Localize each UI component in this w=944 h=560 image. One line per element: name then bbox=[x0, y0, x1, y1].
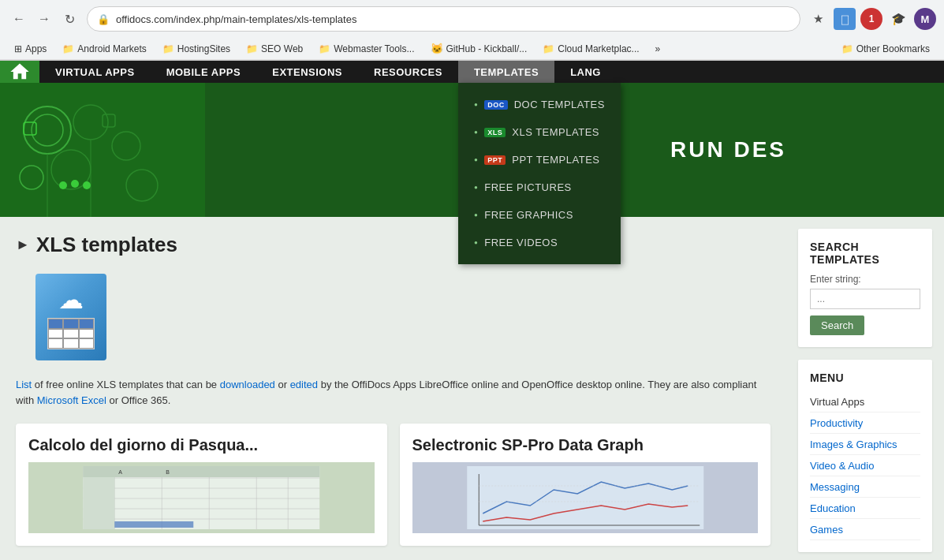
search-input[interactable] bbox=[810, 289, 920, 309]
menu-item-messaging[interactable]: Messaging bbox=[810, 476, 920, 498]
downloaded-link[interactable]: downloaded bbox=[220, 379, 275, 390]
refresh-button[interactable]: ↻ bbox=[58, 8, 80, 30]
svg-text:B: B bbox=[166, 469, 170, 475]
extensions-button[interactable]: ⎕ bbox=[834, 8, 856, 30]
bookmark-apps[interactable]: ⊞ Apps bbox=[8, 42, 53, 56]
menu-item-productivity[interactable]: Productivity bbox=[810, 413, 920, 434]
toolbar-icons: ★ ⎕ 1 🎓 M bbox=[807, 8, 936, 30]
nav-lang[interactable]: LANG bbox=[554, 61, 617, 83]
dropdown-free-pictures[interactable]: ● Free pictures bbox=[458, 174, 621, 201]
card-thumbnail-calcolo: A B bbox=[28, 462, 375, 533]
bullet-icon-4: ● bbox=[474, 184, 478, 191]
dropdown-free-graphics[interactable]: ● Free graphics bbox=[458, 201, 621, 229]
bookmark-star-button[interactable]: ★ bbox=[807, 8, 829, 30]
graph-preview bbox=[412, 466, 759, 529]
sidebar: SEARCH TEMPLATES Enter string: Search ME… bbox=[786, 217, 944, 560]
card-selectronic[interactable]: Selectronic SP-Pro Data Graph bbox=[400, 424, 771, 546]
bookmark-hosting[interactable]: 📁 HostingSites bbox=[156, 42, 237, 56]
cards-grid: Calcolo del giorno di Pasqua... bbox=[16, 424, 770, 546]
bookmark-android[interactable]: 📁 Android Markets bbox=[56, 42, 152, 56]
excel-link[interactable]: Microsoft Excel bbox=[37, 394, 106, 406]
nav-extensions[interactable]: EXTENSIONS bbox=[256, 61, 358, 83]
menu-item-games[interactable]: Games bbox=[810, 519, 920, 540]
bullet-icon: ● bbox=[474, 101, 478, 108]
messaging-link[interactable]: Messaging bbox=[810, 481, 860, 493]
content-area: ► XLS templates ☁ List of free online XL… bbox=[0, 217, 786, 560]
svg-rect-0 bbox=[0, 83, 205, 217]
folder-icon-3: 📁 bbox=[246, 43, 258, 54]
xls-icon: ☁ bbox=[35, 274, 106, 360]
site-header: VIRTUAL APPS MOBILE APPS EXTENSIONS RESO… bbox=[0, 61, 944, 83]
bookmarks-more-button[interactable]: » bbox=[649, 42, 667, 56]
ppt-badge: PPT bbox=[484, 155, 506, 165]
forward-button[interactable]: → bbox=[33, 8, 55, 30]
svg-point-10 bbox=[59, 181, 67, 189]
search-button[interactable]: Search bbox=[810, 315, 864, 335]
dropdown-ppt-templates[interactable]: ● PPT PPT templates bbox=[458, 146, 621, 174]
bookmarks-bar: ⊞ Apps 📁 Android Markets 📁 HostingSites … bbox=[0, 38, 944, 60]
spreadsheet-preview: A B bbox=[28, 466, 375, 529]
folder-icon-4: 📁 bbox=[319, 43, 330, 54]
card-title-calcolo: Calcolo del giorno di Pasqua... bbox=[28, 436, 375, 454]
list-link[interactable]: List bbox=[16, 379, 32, 390]
bullet-icon-3: ● bbox=[474, 156, 478, 163]
main-wrapper: ► XLS templates ☁ List of free online XL… bbox=[0, 217, 944, 560]
images-link[interactable]: Images & Graphics bbox=[810, 439, 897, 450]
menu-item-video[interactable]: Video & Audio bbox=[810, 455, 920, 476]
page-description: List of free online XLS templates that c… bbox=[16, 377, 770, 408]
search-box: SEARCH TEMPLATES Enter string: Search bbox=[798, 229, 932, 347]
circuit-illustration bbox=[0, 83, 205, 217]
productivity-link[interactable]: Productivity bbox=[810, 417, 863, 429]
bookmark-webmaster[interactable]: 📁 Webmaster Tools... bbox=[312, 42, 420, 56]
education-link[interactable]: Education bbox=[810, 502, 856, 514]
nav-templates[interactable]: TEMPLATES ● DOC DOC templates ● XLS XLS … bbox=[458, 61, 554, 83]
other-bookmarks[interactable]: 📁 Other Bookmarks bbox=[835, 42, 936, 56]
cloud-icon: ☁ bbox=[58, 285, 84, 315]
dropdown-free-videos[interactable]: ● Free videos bbox=[458, 229, 621, 256]
page-title-section: ► XLS templates bbox=[16, 233, 770, 257]
menu-list: Virtual Apps Productivity Images & Graph… bbox=[810, 392, 920, 540]
address-bar[interactable]: 🔒 bbox=[87, 6, 800, 32]
browser-chrome: ← → ↻ 🔒 ★ ⎕ 1 🎓 M ⊞ Apps 📁 Android Marke… bbox=[0, 0, 944, 61]
cloud-icon: 📁 bbox=[543, 43, 554, 54]
card-thumbnail-selectronic bbox=[412, 462, 759, 533]
svg-point-12 bbox=[83, 181, 91, 189]
folder-icon-2: 📁 bbox=[162, 43, 174, 54]
nav-virtual-apps[interactable]: VIRTUAL APPS bbox=[39, 61, 151, 83]
bookmark-cloud[interactable]: 📁 Cloud Marketplac... bbox=[536, 42, 645, 56]
bookmark-github[interactable]: 🐱 GitHub - Kickball/... bbox=[424, 41, 534, 56]
bullet-icon-6: ● bbox=[474, 239, 478, 246]
card-title-selectronic: Selectronic SP-Pro Data Graph bbox=[412, 436, 759, 454]
folder-icon-other: 📁 bbox=[841, 43, 853, 54]
back-button[interactable]: ← bbox=[8, 8, 30, 30]
title-arrow-icon: ► bbox=[16, 237, 30, 253]
browser-toolbar: ← → ↻ 🔒 ★ ⎕ 1 🎓 M bbox=[0, 0, 944, 38]
svg-rect-29 bbox=[114, 521, 193, 528]
nav-menu: VIRTUAL APPS MOBILE APPS EXTENSIONS RESO… bbox=[39, 61, 617, 83]
page-title: XLS templates bbox=[36, 233, 177, 257]
nav-resources[interactable]: RESOURCES bbox=[358, 61, 458, 83]
video-link[interactable]: Video & Audio bbox=[810, 460, 874, 472]
nav-buttons: ← → ↻ bbox=[8, 8, 80, 30]
dropdown-xls-templates[interactable]: ● XLS XLS templates bbox=[458, 118, 621, 146]
table-icon bbox=[47, 318, 95, 349]
url-input[interactable] bbox=[116, 13, 790, 25]
card-calcolo[interactable]: Calcolo del giorno di Pasqua... bbox=[16, 424, 387, 546]
games-link[interactable]: Games bbox=[810, 524, 843, 536]
bookmark-seo[interactable]: 📁 SEO Web bbox=[240, 42, 309, 56]
menu-item-education[interactable]: Education bbox=[810, 498, 920, 519]
profile-badge[interactable]: 1 bbox=[860, 8, 882, 30]
search-label: Enter string: bbox=[810, 274, 920, 285]
hero-run-text: RUN DES bbox=[670, 137, 786, 162]
home-button[interactable] bbox=[0, 61, 39, 83]
menu-item-virtual-apps: Virtual Apps bbox=[810, 392, 920, 413]
home-icon bbox=[9, 61, 31, 83]
menu-item-images[interactable]: Images & Graphics bbox=[810, 434, 920, 455]
nav-mobile-apps[interactable]: MOBILE APPS bbox=[151, 61, 257, 83]
dropdown-doc-templates[interactable]: ● DOC DOC templates bbox=[458, 91, 621, 118]
graduation-button[interactable]: 🎓 bbox=[887, 8, 909, 30]
edited-link[interactable]: edited bbox=[290, 379, 318, 390]
lock-icon: 🔒 bbox=[97, 13, 110, 25]
profile-avatar[interactable]: M bbox=[914, 8, 936, 30]
icon-description-row: ☁ bbox=[16, 270, 770, 364]
